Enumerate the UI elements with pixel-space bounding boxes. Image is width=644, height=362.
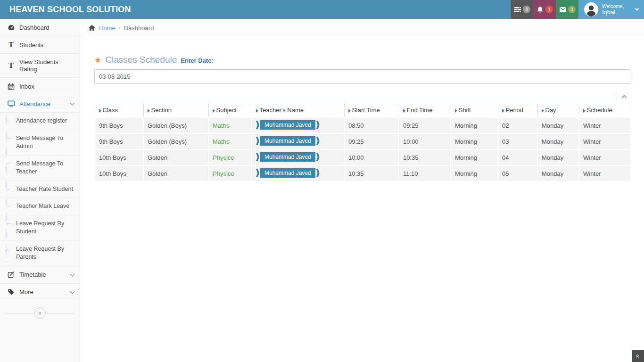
chevron-down-icon bbox=[70, 101, 75, 106]
app-title: HEAVEN SCHOOL SOLUTION bbox=[0, 5, 131, 15]
table-cell: 10:00 bbox=[344, 149, 399, 165]
sidebar-subitem[interactable]: Teacher Mark Leave bbox=[0, 198, 80, 215]
table-cell: 9th Boys bbox=[95, 117, 143, 133]
sidebar-collapse-button[interactable]: « bbox=[34, 307, 46, 319]
table-cell: 02 bbox=[498, 117, 537, 133]
teacher-badge: Muhammad Javed bbox=[256, 152, 320, 162]
sort-marker-icon bbox=[213, 109, 215, 113]
sidebar-item-timetable[interactable]: Timetable bbox=[0, 266, 80, 284]
column-header[interactable]: Schedule bbox=[579, 103, 631, 117]
table-cell: Winter bbox=[579, 133, 631, 149]
column-header[interactable]: Period bbox=[498, 103, 537, 117]
section-header: ★ Classes Schedule Enter Date: bbox=[94, 55, 644, 65]
messages-button[interactable]: 0 bbox=[556, 0, 578, 19]
table-cell: Monday bbox=[537, 117, 579, 133]
table-cell: 10th Boys bbox=[95, 149, 143, 165]
sidebar-item-dashboard[interactable]: Dashboard bbox=[0, 19, 80, 36]
sidebar-item-students[interactable]: T Students bbox=[0, 36, 80, 54]
text-icon: T bbox=[7, 62, 15, 69]
table-cell: Morning bbox=[451, 133, 498, 149]
sort-marker-icon bbox=[502, 109, 504, 113]
sidebar-subitem[interactable]: Leave Request By Parents bbox=[0, 241, 80, 266]
column-header[interactable]: Shift bbox=[451, 103, 498, 117]
table-cell: Golden (Boys) bbox=[143, 133, 208, 149]
breadcrumb-current: Dashboard bbox=[124, 25, 154, 32]
messages-badge: 0 bbox=[568, 6, 576, 13]
sort-marker-icon bbox=[403, 109, 405, 113]
user-welcome: Welcome, Iqbal bbox=[602, 3, 631, 16]
chevron-down-icon bbox=[70, 272, 75, 276]
column-header[interactable]: End Time bbox=[399, 103, 451, 117]
teacher-badge: Muhammad Javed bbox=[256, 168, 320, 178]
table-cell: Golden bbox=[143, 165, 208, 181]
sidebar-subitem[interactable]: Send Message To Admin bbox=[0, 130, 80, 156]
schedule-table-body: 9th BoysGolden (Boys)MathsMuhammad Javed… bbox=[95, 117, 631, 181]
column-header[interactable]: Class bbox=[95, 103, 143, 117]
edit-icon bbox=[7, 271, 15, 279]
column-header[interactable]: Day bbox=[537, 103, 579, 117]
table-cell: 9th Boys bbox=[95, 133, 143, 149]
table-cell: Winter bbox=[579, 117, 631, 133]
table-cell: Maths bbox=[208, 117, 252, 133]
table-cell: Monday bbox=[537, 149, 579, 165]
table-cell: Physice bbox=[208, 165, 252, 181]
table-cell: 03 bbox=[498, 133, 537, 149]
sort-marker-icon bbox=[99, 109, 101, 113]
column-header[interactable]: Teacher's Name bbox=[252, 103, 344, 117]
teacher-badge: Muhammad Javed bbox=[256, 120, 320, 130]
schedule-table: ClassSectionSubjectTeacher's NameStart T… bbox=[94, 103, 631, 182]
sidebar-item-more[interactable]: More bbox=[0, 284, 80, 301]
column-header[interactable]: Section bbox=[143, 103, 208, 117]
bell-icon bbox=[536, 6, 544, 13]
user-menu[interactable]: Welcome, Iqbal bbox=[578, 0, 644, 19]
table-cell: Muhammad Javed bbox=[252, 133, 344, 149]
sidebar-subitem[interactable]: Send Message To Teacher bbox=[0, 156, 80, 181]
table-cell: 10:35 bbox=[399, 149, 451, 165]
sidebar-item-inbox[interactable]: Inbox bbox=[0, 78, 80, 95]
table-cell: Monday bbox=[537, 165, 579, 181]
header-actions: 4 1 0 Welcome, Iqbal bbox=[511, 0, 644, 19]
caret-down-icon bbox=[635, 8, 639, 11]
breadcrumb: Home › Dashboard bbox=[80, 19, 644, 37]
schedule-table-header-row: ClassSectionSubjectTeacher's NameStart T… bbox=[95, 103, 631, 117]
table-row: 10th BoysGoldenPhysiceMuhammad Javed10:3… bbox=[95, 165, 631, 181]
tag-icon bbox=[7, 288, 15, 296]
table-cell: Muhammad Javed bbox=[252, 149, 344, 165]
chevron-down-icon bbox=[70, 289, 75, 294]
star-icon: ★ bbox=[94, 55, 101, 65]
table-cell: Winter bbox=[579, 149, 631, 165]
table-cell: Muhammad Javed bbox=[252, 165, 344, 181]
sidebar-item-view-students-rating[interactable]: T View Students Rating bbox=[0, 54, 80, 78]
main-content: Home › Dashboard ★ Classes Schedule Ente… bbox=[80, 19, 644, 362]
sidebar-collapse-row: « bbox=[0, 305, 80, 321]
envelope-icon bbox=[559, 6, 567, 13]
notifications-button[interactable]: 1 bbox=[533, 0, 556, 19]
dashboard-icon bbox=[7, 24, 15, 31]
sidebar-subitem[interactable]: Teacher Rate Student bbox=[0, 181, 80, 198]
table-cell: 10:00 bbox=[399, 133, 451, 149]
sidebar-subitem[interactable]: Leave Request By Student bbox=[0, 215, 80, 241]
scroll-top-button[interactable]: « bbox=[632, 350, 644, 362]
date-input[interactable] bbox=[94, 69, 630, 84]
notifications-badge: 1 bbox=[545, 6, 553, 13]
breadcrumb-home-link[interactable]: Home bbox=[99, 25, 116, 32]
table-cell: Physice bbox=[208, 149, 252, 165]
column-header[interactable]: Start Time bbox=[344, 103, 399, 117]
app-header: HEAVEN SCHOOL SOLUTION 4 1 0 Welcome, bbox=[0, 0, 644, 19]
table-cell: Golden bbox=[143, 149, 208, 165]
table-cell: Maths bbox=[208, 133, 252, 149]
table-row: 9th BoysGolden (Boys)MathsMuhammad Javed… bbox=[95, 133, 631, 149]
avatar bbox=[584, 2, 598, 16]
panel-collapse-bar bbox=[94, 90, 630, 103]
tasks-button[interactable]: 4 bbox=[511, 0, 533, 19]
tasks-badge: 4 bbox=[523, 6, 530, 13]
attendance-submenu: Attendance registerSend Message To Admin… bbox=[0, 113, 80, 266]
table-cell: 09:25 bbox=[344, 133, 399, 149]
chevron-up-icon[interactable] bbox=[621, 95, 627, 100]
sidebar-item-attendance[interactable]: Attendance bbox=[0, 95, 80, 113]
sort-marker-icon bbox=[348, 109, 351, 113]
column-header[interactable]: Subject bbox=[208, 103, 252, 117]
tasks-icon bbox=[513, 6, 521, 13]
breadcrumb-separator: › bbox=[119, 25, 121, 31]
sidebar-subitem[interactable]: Attendance register bbox=[0, 113, 80, 130]
